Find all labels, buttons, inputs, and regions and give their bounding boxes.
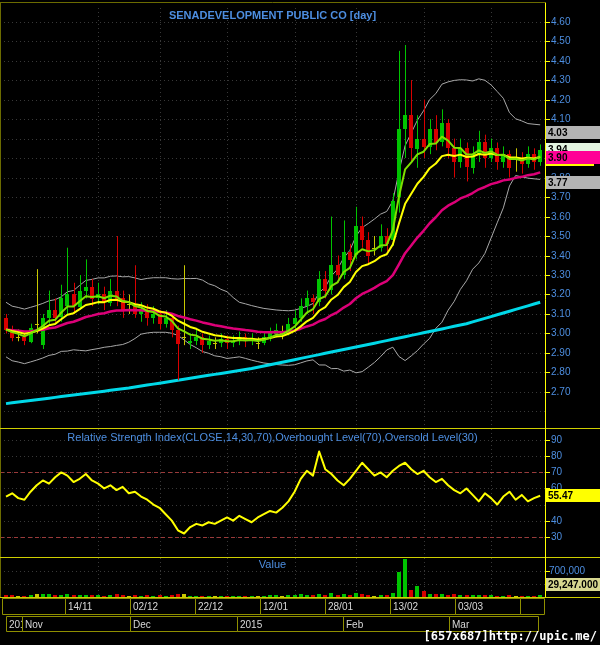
watermark-text: [657x687]http://upic.me/ xyxy=(424,629,597,643)
month-axis-label: Nov xyxy=(22,617,130,632)
price-axis-badge: 4.03 xyxy=(546,126,600,139)
date-axis-label: 12/01 xyxy=(260,599,325,614)
price-axis-badge: 3.90 xyxy=(546,151,600,164)
rsi-axis-tick: 40 xyxy=(551,515,562,527)
volume-axis-tick: 700,000 xyxy=(549,565,585,577)
price-axis-tick: 3.50 xyxy=(551,230,570,242)
price-axis-tick: 3.40 xyxy=(551,250,570,262)
price-axis-tick: 4.20 xyxy=(551,94,570,106)
price-axis-tick: 3.10 xyxy=(551,308,570,320)
chart-window: SENADEVELOPMENT PUBLIC CO [day] Relative… xyxy=(0,0,600,645)
price-axis-tick: 4.30 xyxy=(551,74,570,86)
volume-panel-title: Value xyxy=(0,558,545,571)
price-axis-tick: 4.60 xyxy=(551,16,570,28)
date-axis-label: 22/12 xyxy=(195,599,260,614)
chart-canvas[interactable] xyxy=(0,0,600,645)
price-axis-tick: 3.70 xyxy=(551,191,570,203)
chart-title: SENADEVELOPMENT PUBLIC CO [day] xyxy=(0,9,545,22)
date-axis-label: 14/11 xyxy=(65,599,130,614)
price-axis-tick: 3.30 xyxy=(551,269,570,281)
rsi-value-badge: 55.47 xyxy=(546,489,600,502)
rsi-axis-tick: 30 xyxy=(551,531,562,543)
price-axis-tick: 4.50 xyxy=(551,35,570,47)
price-axis-badge: 3.77 xyxy=(546,176,600,189)
price-axis-tick: 3.60 xyxy=(551,211,570,223)
price-axis-tick: 3.20 xyxy=(551,288,570,300)
rsi-axis-tick: 70 xyxy=(551,466,562,478)
price-axis-tick: 2.80 xyxy=(551,366,570,378)
date-axis-label: 02/12 xyxy=(130,599,195,614)
month-axis-label: 2014 xyxy=(6,617,22,632)
price-axis-tick: 2.90 xyxy=(551,347,570,359)
rsi-panel-title: Relative Strength Index(CLOSE,14,30,70),… xyxy=(0,431,545,444)
rsi-axis-tick: 80 xyxy=(551,450,562,462)
price-axis-tick: 4.10 xyxy=(551,113,570,125)
rsi-axis-tick: 90 xyxy=(551,434,562,446)
price-axis-tick: 3.00 xyxy=(551,327,570,339)
price-axis-tick: 2.70 xyxy=(551,386,570,398)
date-axis-label: 03/03 xyxy=(455,599,520,614)
month-axis-label: Dec xyxy=(130,617,237,632)
volume-value-badge: 29,247.000 xyxy=(546,578,600,591)
month-axis-label: 2015 xyxy=(237,617,343,632)
price-axis-tick: 4.40 xyxy=(551,55,570,67)
date-axis-label: 13/02 xyxy=(390,599,455,614)
date-axis-label: 28/01 xyxy=(325,599,390,614)
